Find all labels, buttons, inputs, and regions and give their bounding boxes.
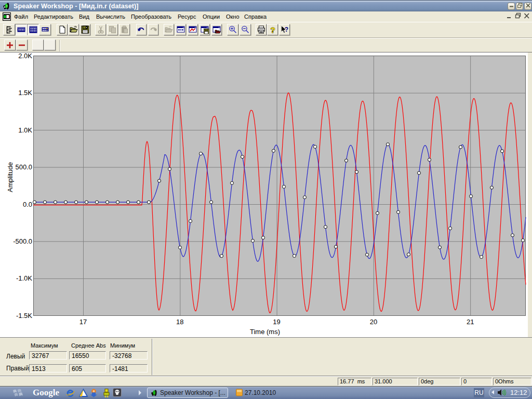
svg-text:Time (ms): Time (ms) — [250, 328, 280, 336]
svg-text:17: 17 — [79, 318, 87, 326]
svg-text:Amplitude: Amplitude — [6, 162, 14, 192]
svg-text:1.5K: 1.5K — [18, 89, 32, 97]
svg-text:-1.0K: -1.0K — [16, 274, 32, 282]
svg-text:1.0K: 1.0K — [18, 126, 32, 134]
svg-text:0.0: 0.0 — [23, 201, 32, 208]
svg-text:19: 19 — [273, 318, 280, 326]
svg-text:2.0K: 2.0K — [18, 52, 32, 60]
svg-text:21: 21 — [467, 318, 474, 326]
svg-text:500.0: 500.0 — [15, 163, 32, 171]
svg-text:20: 20 — [370, 318, 377, 326]
svg-text:-1.5K: -1.5K — [16, 312, 32, 320]
svg-text:18: 18 — [176, 318, 183, 326]
svg-text:-500.0: -500.0 — [13, 237, 32, 245]
svg-text:?: ? — [270, 25, 275, 34]
